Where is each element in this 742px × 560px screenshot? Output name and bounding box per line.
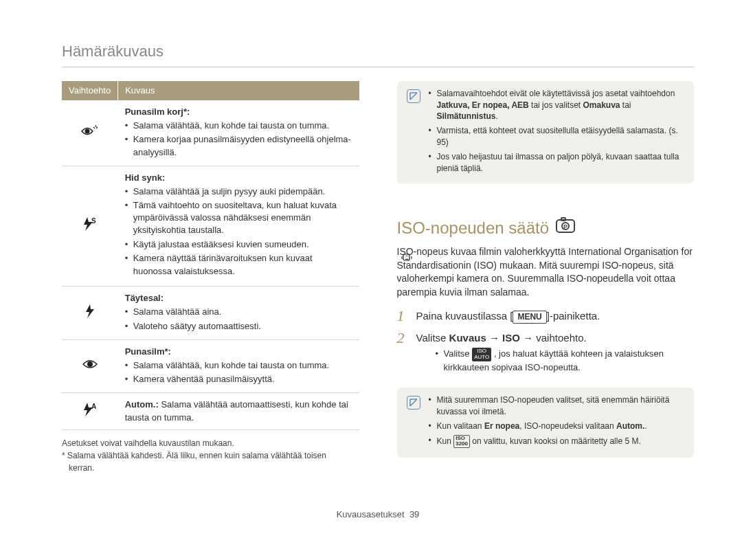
th-option: Vaihtoehto — [62, 81, 118, 100]
note-item: Kun valitaan Er nopea, ISO-nopeudeksi va… — [429, 421, 685, 432]
section-body: ISO-nopeus kuvaa filmin valoherkkyyttä I… — [397, 245, 695, 299]
iso-3200-icon: ISO3200 — [453, 435, 470, 448]
bullet: Salama välähtää, kun kohde tai tausta on… — [125, 120, 352, 132]
flash-options-table: Vaihtoehto Kuvaus Punasilm korj*: Sa — [62, 81, 359, 430]
section-title-text: ISO-nopeuden säätö — [397, 216, 550, 240]
svg-text:P: P — [563, 223, 567, 230]
step-2: 2 Valitse Kuvaus → ISO → vaihtoehto. Val… — [397, 331, 695, 374]
red-eye-fix-icon — [80, 125, 100, 141]
page-title: Hämäräkuvaus — [62, 41, 694, 67]
svg-point-0 — [85, 128, 89, 133]
menu-button-icon: MENU — [513, 311, 546, 324]
note-item: Mitä suuremman ISO-nopeuden valitset, si… — [429, 394, 685, 418]
note-icon — [407, 89, 420, 103]
note-item: Salamavaihtoehdot eivät ole käytettäviss… — [429, 88, 685, 122]
table-row: S Hid synk: Salama välähtää ja suljin py… — [62, 166, 359, 287]
note-item: Kun ISO3200 on valittu, kuvan kooksi on … — [429, 435, 685, 448]
step-text: Paina kuvaustilassa [ — [416, 310, 513, 322]
table-row: Punasilm*: Salama välähtää, kun kohde ta… — [62, 339, 359, 393]
section-title: ISO-nopeuden säätö P — [397, 216, 695, 240]
option-title: Autom.: — [125, 399, 159, 410]
option-title: Punasilm korj*: — [125, 107, 190, 117]
bullet: Salama välähtää aina. — [125, 306, 352, 318]
footnote-line: * Salama välähtää kahdesti. Älä liiku, e… — [62, 449, 359, 462]
bullet: Salama välähtää, kun kohde tai tausta on… — [125, 359, 352, 372]
option-desc: Salama välähtää automaattisesti, kun koh… — [125, 399, 348, 422]
note-box-top: Salamavaihtoehdot eivät ole käytettäviss… — [397, 81, 695, 184]
bullet: Tämä vaihtoehto on suositeltava, kun hal… — [125, 199, 352, 237]
note-item: Jos valo heijastuu tai ilmassa on paljon… — [429, 151, 685, 175]
step-1: 1 Paina kuvaustilassa [MENU]-painiketta. — [397, 309, 695, 324]
left-column: Vaihtoehto Kuvaus Punasilm korj*: Sa — [62, 81, 359, 474]
note-item: Varmista, että kohteet ovat suositellull… — [429, 125, 685, 148]
slow-sync-flash-icon: S — [82, 216, 98, 236]
step-text: Valitse — [416, 332, 449, 344]
svg-point-2 — [87, 361, 93, 367]
bullet: Kamera korjaa punasilmäisyyden edistynee… — [125, 133, 352, 158]
substep: Valitse ISOAUTO , jos haluat käyttää koh… — [436, 348, 695, 374]
option-title: Punasilm*: — [125, 346, 171, 357]
note-icon — [407, 396, 420, 410]
option-title: Täytesal: — [125, 293, 164, 303]
bullet: Salama välähtää ja suljin pysyy auki pid… — [125, 186, 352, 198]
step-text: ]-painiketta. — [547, 310, 600, 322]
table-row: A Autom.: Salama välähtää automaattisest… — [62, 393, 359, 429]
camera-shake-icon — [401, 252, 413, 267]
bullet: Kamera näyttää tärinävaroituksen kun kuv… — [125, 252, 352, 279]
bullet: Valoteho säätyy automaattisesti. — [125, 320, 352, 333]
table-row: Punasilm korj*: Salama välähtää, kun koh… — [62, 100, 359, 166]
footnote-line: kerran. — [62, 462, 359, 474]
iso-auto-icon: ISOAUTO — [472, 348, 491, 361]
mode-p-icon: P — [556, 216, 575, 240]
footnotes: Asetukset voivat vaihdella kuvaustilan m… — [62, 437, 359, 474]
table-row: Täytesal: Salama välähtää aina. Valoteho… — [62, 287, 359, 340]
bullet: Kamera vähentää punasilmäisyyttä. — [125, 373, 352, 385]
note-box-bottom: Mitä suuremman ISO-nopeuden valitset, si… — [397, 388, 695, 457]
fill-flash-icon — [83, 304, 97, 322]
auto-flash-icon: A — [82, 401, 98, 421]
th-desc: Kuvaus — [118, 81, 359, 100]
svg-text:A: A — [91, 403, 96, 410]
option-title: Hid synk: — [125, 172, 166, 183]
right-column: Salamavaihtoehdot eivät ole käytettäviss… — [397, 81, 695, 474]
red-eye-icon — [82, 359, 98, 373]
step-text-bold: Kuvaus → ISO → — [449, 332, 534, 344]
page-footer: Kuvausasetukset 39 — [62, 508, 694, 521]
step-text: vaihtoehto. — [533, 332, 587, 344]
svg-text:S: S — [91, 217, 96, 225]
bullet: Käytä jalustaa estääksesi kuvien sumeude… — [125, 238, 352, 251]
footnote-line: Asetukset voivat vaihdella kuvaustilan m… — [62, 437, 359, 449]
